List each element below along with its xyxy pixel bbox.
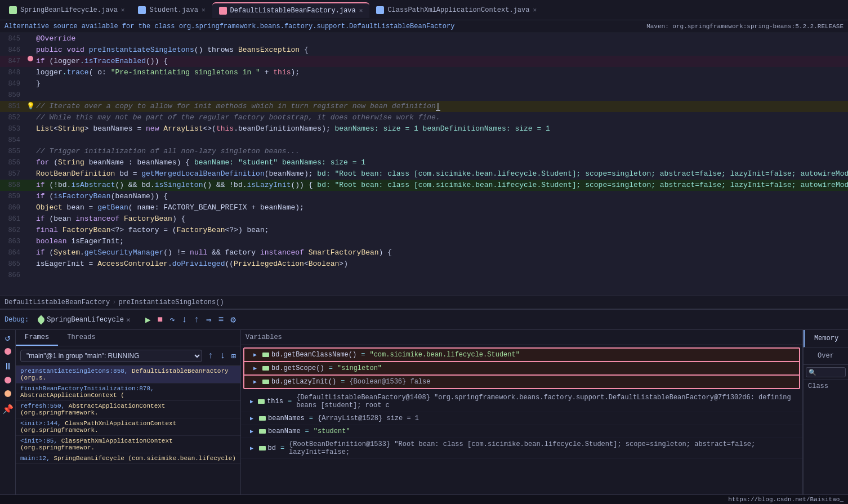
thread-selector: "main"@1 in group "main": RUNNING ↑ ↓ ⊞: [16, 346, 240, 366]
threads-tab[interactable]: Threads: [58, 330, 104, 346]
thread-dropdown[interactable]: "main"@1 in group "main": RUNNING: [20, 350, 202, 362]
stop-button[interactable]: ■: [157, 314, 164, 326]
close-icon[interactable]: ✕: [533, 6, 537, 14]
stack-frame-item[interactable]: finishBeanFactoryInitialization:878, Abs…: [16, 383, 240, 401]
tab-classpathxml[interactable]: ClassPathXmlApplicationContext.java ✕: [369, 3, 543, 17]
breadcrumb-method: preInstantiateSingletons(): [118, 298, 224, 306]
left-panel: Frames Threads "main"@1 in group "main":…: [16, 330, 241, 494]
var-equals: =: [305, 427, 309, 435]
expand-icon[interactable]: ▶: [253, 365, 260, 372]
stack-frame-item[interactable]: <init>:144, ClassPathXmlApplicationConte…: [16, 418, 240, 436]
java-icon: [376, 6, 384, 14]
var-name: bd.getLazyInit(): [271, 378, 336, 386]
var-equals: =: [280, 444, 284, 452]
filter-icon[interactable]: ⊞: [231, 351, 236, 361]
expand-icon[interactable]: ▶: [250, 398, 256, 405]
settings-button[interactable]: ⚙: [229, 313, 237, 327]
stop-indicator: [5, 377, 11, 386]
frames-label: Frames: [25, 333, 49, 341]
stack-frame-item[interactable]: preInstantiateSingletons:858, DefaultLis…: [16, 366, 240, 383]
class-label: Class: [804, 380, 848, 393]
keyword: public: [36, 46, 67, 54]
stack-frame-item[interactable]: main:12, SpringBeanLifecycle (com.sicimi…: [16, 453, 240, 464]
var-name: bd: [268, 444, 276, 452]
var-type-icon: [262, 353, 269, 357]
step-over-button[interactable]: ↷: [168, 313, 176, 327]
variable-item[interactable]: ▶ bd.getLazyInit() = {Boolean@1536} fals…: [244, 375, 800, 389]
tab-springbeanlifecycle[interactable]: SpringBeanLifecycle.java ✕: [2, 3, 131, 17]
line-content: public void preInstantiateSingletons() t…: [36, 44, 848, 56]
line-content: if (isFactoryBean(beanName)) {: [36, 191, 848, 202]
var-value: {RootBeanDefinition@1533} "Root bean: cl…: [289, 440, 798, 456]
run-to-cursor-button[interactable]: ⇒: [205, 313, 213, 327]
debug-left-icons: ↺ ⏸ 📌: [0, 330, 16, 494]
code-line-861: 861 if (bean instanceof FactoryBean) {: [0, 213, 848, 225]
search-input[interactable]: [806, 367, 846, 377]
stack-frame-item[interactable]: <init>:85, ClassPathXmlApplicationContex…: [16, 436, 240, 453]
info-message: Alternative source available for the cla…: [5, 23, 454, 30]
frame-method: preInstantiateSingletons:858,: [20, 368, 132, 374]
frame-method: <init>:85,: [20, 438, 61, 444]
tab-student[interactable]: Student.java ✕: [131, 3, 212, 17]
tab-defaultlistable[interactable]: DefaultListableBeanFactory.java ✕: [212, 2, 370, 18]
step-into-button[interactable]: ↓: [181, 314, 189, 326]
frame-method: refresh:550,: [20, 403, 69, 409]
breakpoint-indicator[interactable]: [28, 56, 33, 61]
line-gutter: 💡: [25, 101, 36, 112]
debug-panel: Debug: SpringBeanLifecycle ✕ ▶ ■ ↷ ↓ ↑ ⇒…: [0, 309, 848, 494]
expand-icon[interactable]: ▶: [250, 445, 257, 452]
restart-debug-icon[interactable]: ↺: [5, 332, 11, 344]
close-icon[interactable]: ✕: [359, 7, 363, 14]
step-out-button[interactable]: ↑: [193, 314, 200, 326]
variables-list: ▶ bd.getBeanClassName() = "com.sicimike.…: [241, 345, 802, 494]
line-number: 845: [0, 33, 25, 44]
resume-button[interactable]: ▶: [144, 313, 152, 327]
line-number: 847: [0, 56, 25, 67]
stack-frame-item[interactable]: refresh:550, AbstractApplicationContext …: [16, 401, 240, 418]
variable-item[interactable]: ▶ this = {DefaultListableBeanFactory@140…: [241, 391, 802, 412]
variable-item[interactable]: ▶ bd = {RootBeanDefinition@1533} "Root b…: [241, 438, 802, 459]
variable-item[interactable]: ▶ bd.getBeanClassName() = "com.sicimike.…: [244, 348, 800, 362]
var-equals: =: [329, 364, 333, 372]
line-number: 853: [0, 123, 25, 135]
debug-session-tab[interactable]: SpringBeanLifecycle ✕: [38, 315, 131, 324]
close-icon[interactable]: ✕: [121, 6, 125, 14]
over-tab[interactable]: Over: [804, 347, 848, 365]
line-number: 858: [0, 180, 25, 191]
variable-item[interactable]: ▶ beanName = "student": [241, 425, 802, 438]
memory-tab[interactable]: Memory: [804, 330, 848, 347]
code-line-851: 851 💡 // Iterate over a copy to allow fo…: [0, 101, 848, 112]
line-content: @Override: [36, 33, 848, 44]
evaluate-button[interactable]: ≡: [217, 314, 225, 326]
var-equals: =: [361, 351, 365, 359]
variable-item[interactable]: ▶ bd.getScope() = "singleton": [244, 362, 800, 375]
line-number: 848: [0, 67, 25, 78]
frame-class: SpringBeanLifecycle (com.sicimike.bean.l…: [53, 455, 235, 462]
var-name: bd.getScope(): [271, 364, 324, 372]
close-icon[interactable]: ✕: [202, 6, 206, 14]
line-number: 862: [0, 225, 25, 236]
pause-icon[interactable]: ⏸: [3, 362, 12, 372]
debug-toolbar: ▶ ■ ↷ ↓ ↑ ⇒ ≡ ⚙: [140, 313, 242, 327]
variables-panel: Variables ▶ bd.getBeanClassName() = "com…: [241, 330, 803, 494]
code-line-847: 847 if (logger.isTraceEnabled()) {: [0, 56, 848, 67]
thread-up-button[interactable]: ↑: [207, 351, 215, 361]
thread-down-button[interactable]: ↓: [219, 351, 227, 361]
spring-leaf-icon: [37, 315, 46, 324]
tab-label: ClassPathXmlApplicationContext.java: [387, 6, 529, 14]
code-line-848: 848 logger.trace( o: "Pre-instantiating …: [0, 67, 848, 78]
code-line-858: 858 if (!bd.isAbstract() && bd.isSinglet…: [0, 180, 848, 191]
code-scroll[interactable]: 845 @Override 846 public void preInstant…: [0, 33, 848, 296]
variable-item[interactable]: ▶ beanNames = {ArrayList@1528} size = 1: [241, 412, 802, 425]
expand-icon[interactable]: ▶: [250, 428, 257, 435]
line-number: 850: [0, 90, 25, 101]
expand-icon[interactable]: ▶: [253, 378, 260, 385]
function-name: preInstantiateSingletons: [89, 46, 194, 54]
pin-icon[interactable]: 📌: [2, 404, 14, 415]
variables-header: Variables: [241, 330, 802, 345]
frames-tab[interactable]: Frames: [16, 330, 58, 346]
expand-icon[interactable]: ▶: [250, 415, 257, 422]
expand-icon[interactable]: ▶: [253, 351, 260, 358]
close-icon[interactable]: ✕: [126, 315, 131, 324]
var-value: {ArrayList@1528} size = 1: [318, 414, 419, 422]
